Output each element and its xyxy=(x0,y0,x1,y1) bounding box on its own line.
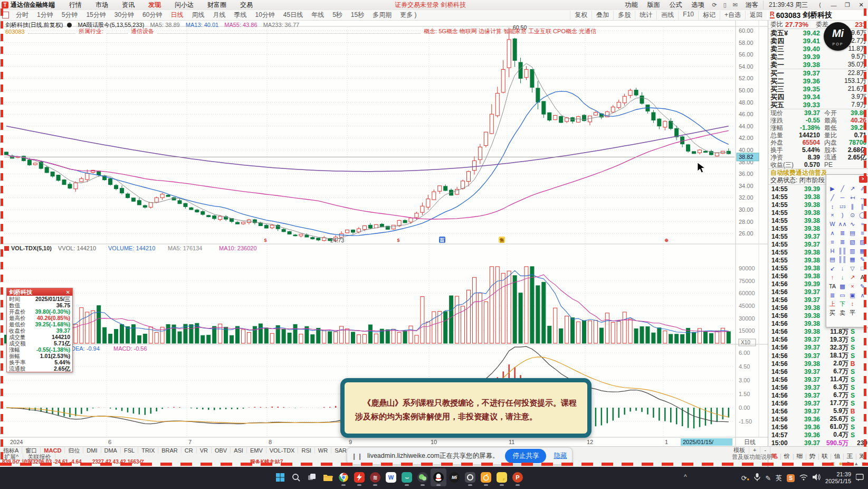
taskbar-powerpoint-icon[interactable]: P xyxy=(510,468,526,486)
taskbar-explorer-icon[interactable] xyxy=(320,468,336,486)
draw-tool-icon[interactable]: ▤ xyxy=(847,229,857,238)
close-icon[interactable]: ✕ xyxy=(66,289,70,295)
menu-财富圈[interactable]: 财富圈 xyxy=(201,1,233,10)
tool-统计[interactable]: 统计 xyxy=(635,11,656,20)
timeframe-15分钟[interactable]: 15分钟 xyxy=(82,11,110,20)
tray-wifi-icon[interactable] xyxy=(799,474,808,482)
taskbar-lizhi-icon[interactable] xyxy=(478,468,494,486)
draw-tool-icon[interactable]: ║║ xyxy=(837,247,847,256)
draw-tool-icon[interactable]: ▶ xyxy=(827,184,837,193)
timeframe-45日线[interactable]: 45日线 xyxy=(279,11,307,20)
draw-tool-icon[interactable]: W xyxy=(827,220,837,229)
tray-notification-icon[interactable] xyxy=(856,474,864,483)
collapse-button[interactable]: ⟨ xyxy=(813,2,827,8)
tray-mic-icon[interactable] xyxy=(754,473,760,483)
timeframe-季线[interactable]: 季线 xyxy=(230,11,251,20)
tool-多股[interactable]: 多股 xyxy=(613,11,635,20)
taskbar-chrome-icon[interactable] xyxy=(336,468,351,486)
draw-tool-icon[interactable]: ↤ xyxy=(847,193,857,202)
user-label[interactable]: 游客 xyxy=(741,1,763,10)
draw-tool-icon[interactable]: 平 xyxy=(847,308,857,317)
taskbar-camera-icon[interactable] xyxy=(462,468,478,486)
draw-tool-icon[interactable]: ≣ xyxy=(827,291,837,300)
tray-volume-icon[interactable] xyxy=(813,474,821,482)
refresh-icon[interactable]: ⟳ xyxy=(709,2,720,8)
minimize-button[interactable]: — xyxy=(827,2,841,8)
indicator-tab-VOL-TDX[interactable]: VOL-TDX xyxy=(266,447,299,454)
indicator-tab-ASI[interactable]: ASI xyxy=(231,447,247,454)
taskbar-windows-icon[interactable] xyxy=(272,468,288,486)
menu-市场[interactable]: 市场 xyxy=(89,1,115,10)
industry-value[interactable]: 通信设备 xyxy=(131,27,154,35)
draw-tool-icon[interactable]: ▣ xyxy=(847,291,857,300)
draw-tool-icon[interactable]: ↗ xyxy=(847,184,857,193)
draw-tool-icon[interactable]: 下 xyxy=(837,299,847,308)
draw-tool-icon[interactable]: ▦ xyxy=(847,255,857,264)
maximize-button[interactable]: ❐ xyxy=(841,2,854,8)
draw-tool-icon[interactable]: ⊙ xyxy=(847,211,857,220)
menu-公式[interactable]: 公式 xyxy=(664,1,686,10)
tool-F10[interactable]: F10 xyxy=(678,11,698,20)
draw-tool-icon[interactable]: ≣ xyxy=(837,229,847,238)
taskbar-notes-icon[interactable] xyxy=(494,468,510,486)
timeframe-10分钟[interactable]: 10分钟 xyxy=(251,11,279,20)
draw-tool-icon[interactable]: ↕ xyxy=(827,202,837,211)
draw-tool-icon[interactable]: ─ xyxy=(837,193,847,202)
menu-行情[interactable]: 行情 xyxy=(62,1,89,10)
draw-tool-icon[interactable]: 买 xyxy=(827,308,837,317)
draw-tool-icon[interactable]: ╱ xyxy=(827,193,837,202)
indicator-tab-CR[interactable]: CR xyxy=(182,447,197,454)
draw-tool-icon[interactable]: 123 xyxy=(837,202,847,211)
draw-tool-icon[interactable]: ║║ xyxy=(837,255,847,264)
draw-tool-icon[interactable]: ↗ xyxy=(847,273,857,282)
timeframe-更多 )[interactable]: 更多 ) xyxy=(396,11,421,20)
taskbar-task-view-icon[interactable] xyxy=(304,468,320,486)
indicator-tab-归位[interactable]: 归位 xyxy=(65,447,83,454)
taskbar-doc-green-icon[interactable]: ⌣ xyxy=(399,468,415,486)
indicator-tab-FSL[interactable]: FSL xyxy=(121,447,138,454)
menu-功能[interactable]: 功能 xyxy=(620,1,642,10)
timeframe-周线[interactable]: 周线 xyxy=(187,11,208,20)
draw-tool-icon[interactable]: ╱ xyxy=(837,184,847,193)
tool-返回[interactable]: 返回 xyxy=(745,11,767,20)
draw-tool-icon[interactable]: × xyxy=(827,211,837,220)
tray-clock[interactable]: 21:392025/1/15 xyxy=(825,471,851,485)
draw-tool-icon[interactable]: ↕ xyxy=(847,299,857,308)
draw-tool-icon[interactable]: ∧ xyxy=(827,229,837,238)
menu-选项[interactable]: 选项 xyxy=(686,1,709,10)
tool-+自选[interactable]: +自选 xyxy=(720,11,745,20)
tray-expand-icon[interactable]: ^ xyxy=(684,473,687,481)
menu-资讯[interactable]: 资讯 xyxy=(115,1,141,10)
device-icon[interactable]: ▯ xyxy=(720,2,730,8)
draw-tool-icon[interactable]: ∿ xyxy=(847,220,857,229)
tray-language-icon[interactable]: 英 xyxy=(776,474,782,483)
indicator-tab-OBV[interactable]: OBV xyxy=(212,447,231,454)
timeframe-月线[interactable]: 月线 xyxy=(208,11,230,20)
indicator-tab-RSI[interactable]: RSI xyxy=(298,447,314,454)
indicator-tab-VR[interactable]: VR xyxy=(197,447,212,454)
tool-复权[interactable]: 复权 xyxy=(570,11,592,20)
timeframe-30分钟[interactable]: 30分钟 xyxy=(110,11,138,20)
draw-tool-icon[interactable]: ▧ xyxy=(847,238,857,247)
indicator-tab-TRIX[interactable]: TRIX xyxy=(138,447,158,454)
ask-row[interactable]: 卖一39.3835.0万 xyxy=(768,61,868,69)
indicator-tab-DMI[interactable]: DMI xyxy=(83,447,101,454)
draw-tool-icon[interactable]: ↓ xyxy=(837,273,847,282)
menu-交易[interactable]: 交易 xyxy=(233,1,260,10)
tray-sync-icon[interactable]: ⟳● xyxy=(741,474,749,482)
tray-s-badge-icon[interactable]: S xyxy=(787,474,795,482)
indicator-tab-WR[interactable]: WR xyxy=(315,447,331,454)
draw-tool-icon[interactable]: ≣ xyxy=(837,238,847,247)
draw-tool-icon[interactable]: × xyxy=(847,282,857,291)
taskbar-tdx-icon[interactable] xyxy=(351,468,367,486)
timeframe-5秒[interactable]: 5秒 xyxy=(328,11,347,20)
menu-发现[interactable]: 发现 xyxy=(141,1,168,10)
concept-list[interactable]: 5G概念 物联网 边缘计算 智能家居 工业互联 CPO概念 光通信 xyxy=(438,27,596,35)
tool-画线[interactable]: 画线 xyxy=(656,11,678,20)
timeframe-15秒[interactable]: 15秒 xyxy=(347,11,368,20)
taskbar-mi-icon[interactable]: Mi xyxy=(446,468,462,486)
timeframe-分时[interactable]: 分时 xyxy=(12,11,33,20)
ma-settings-icon[interactable] xyxy=(67,23,72,27)
draw-tool-icon[interactable]: ) xyxy=(837,211,847,220)
draw-tool-icon[interactable]: ↓ xyxy=(837,264,847,273)
